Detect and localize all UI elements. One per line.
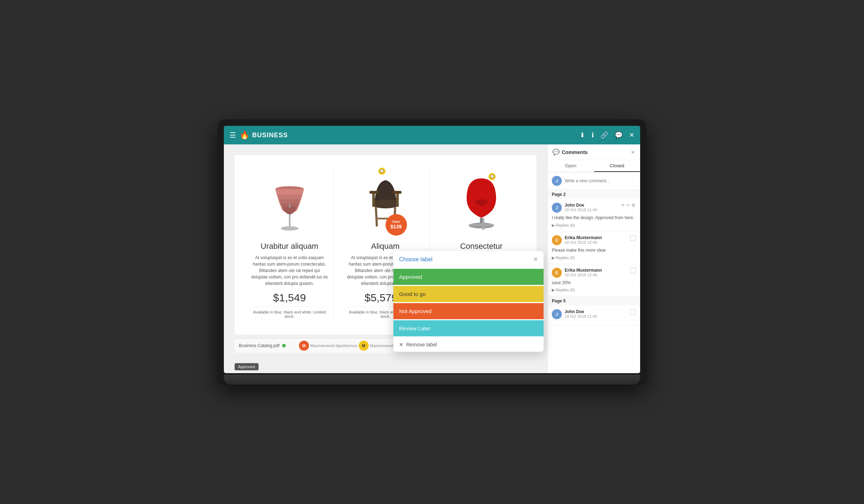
label-approved[interactable]: Approved	[393, 269, 544, 285]
comment4-avatar: J	[552, 309, 562, 319]
product-availability-1: Available in blue, black and white. Limi…	[251, 307, 328, 318]
lamp-svg	[270, 171, 309, 232]
comment-meta-1: J John Doe 19 Oct 2018 11:49 👁 ✏ 🗑	[552, 203, 636, 213]
comment-meta-3: E Erika Mustermann 18 Oct 2018 12:48	[552, 268, 636, 278]
comment2-checkbox[interactable]	[630, 235, 636, 241]
comment1-text: I really like the design. Approved from …	[552, 215, 636, 221]
flame-icon: 🔥	[240, 130, 249, 140]
svg-rect-3	[289, 203, 290, 208]
comment-item-2: E Erika Mustermann 18 Oct 2018 12:48 Ple…	[548, 232, 640, 264]
tab-open[interactable]: Open	[548, 160, 594, 172]
topbar-logo: 🔥 BUSINESS	[240, 130, 288, 140]
logo-text: BUSINESS	[252, 132, 288, 139]
comment1-date: 19 Oct 2018 11:49	[565, 208, 618, 212]
svg-rect-4	[375, 207, 378, 227]
comment3-avatar: E	[552, 268, 562, 278]
label-not-approved[interactable]: Not Approved	[393, 303, 544, 319]
delete-action[interactable]: 🗑	[632, 203, 636, 208]
approved-badge: Approved	[235, 363, 259, 370]
comment1-replies[interactable]: ▶ Replies (0)	[552, 223, 636, 228]
svg-rect-9	[369, 191, 378, 194]
comment-icon[interactable]: 💬	[615, 131, 623, 139]
remove-label-x: ✕	[399, 342, 403, 347]
svg-point-1	[281, 226, 299, 231]
download-icon[interactable]: ⬇	[580, 131, 585, 139]
label-review-later[interactable]: Review Later	[393, 320, 544, 336]
laptop-screen: ☰ 🔥 BUSINESS ⬇ ℹ 🔗 💬 ✕	[224, 126, 640, 373]
comment-pin-redchair[interactable]: 💬	[489, 173, 496, 180]
save-badge-price: $139	[391, 224, 402, 230]
label-good-to-go[interactable]: Good to go	[393, 286, 544, 302]
current-user-avatar: J	[552, 176, 562, 186]
comments-input-row: J	[548, 172, 640, 190]
choose-label-close-button[interactable]: ✕	[533, 256, 538, 263]
choose-label-header: Choose label ✕	[393, 251, 544, 268]
tab-closed[interactable]: Closed	[594, 160, 640, 172]
red-chair-svg	[458, 171, 505, 232]
product-price-2: $5,579	[365, 292, 398, 304]
remove-label-button[interactable]: ✕ Remove label	[393, 337, 544, 352]
comment3-checkbox[interactable]	[630, 268, 636, 273]
page5-label: Page 5	[548, 296, 640, 306]
comment1-author-info: John Doe 19 Oct 2018 11:49	[565, 203, 618, 212]
comment1-author: John Doe	[565, 203, 618, 208]
avatar-1: M	[299, 341, 309, 351]
comment3-author-info: Erika Mustermann 18 Oct 2018 12:48	[565, 268, 627, 277]
comments-title-icon: 💬	[553, 149, 560, 155]
comment-pin-chair[interactable]: 💬	[378, 168, 386, 175]
comments-title-text: Comments	[562, 149, 588, 155]
comment3-replies[interactable]: ▶ Replies (0)	[552, 288, 636, 292]
product-desc-1: At voluptaspel is ex et untis eaquam har…	[251, 255, 328, 287]
comment3-date: 18 Oct 2018 12:48	[565, 273, 627, 277]
comment-item-3: E Erika Mustermann 18 Oct 2018 12:48 sav…	[548, 264, 640, 297]
product-name-3: Consectetur	[460, 242, 503, 251]
comment-item-4: J John Doe 19 Oct 2018 11:49	[548, 306, 640, 325]
close-icon[interactable]: ✕	[629, 131, 634, 139]
comment-meta-2: E Erika Mustermann 18 Oct 2018 12:48	[552, 235, 636, 245]
new-comment-input[interactable]	[565, 178, 636, 183]
svg-rect-10	[393, 191, 402, 194]
product-name-1: Urabitur aliquam	[261, 242, 318, 251]
svg-rect-7	[372, 193, 375, 207]
status-dot	[282, 344, 286, 347]
info-icon[interactable]: ℹ	[591, 131, 594, 139]
menu-icon[interactable]: ☰	[230, 131, 236, 139]
comment4-checkbox[interactable]	[630, 309, 636, 315]
comments-close-button[interactable]: ✕	[631, 149, 635, 155]
save-badge: Save $139	[386, 214, 407, 236]
svg-rect-8	[396, 193, 399, 207]
comment2-avatar: E	[552, 235, 562, 245]
topbar-icons: ⬇ ℹ 🔗 💬 ✕	[580, 131, 634, 139]
comment2-author: Erika Mustermann	[565, 235, 627, 240]
comments-tabs: Open Closed	[548, 160, 640, 172]
comment2-replies[interactable]: ▶ Replies (0)	[552, 256, 636, 260]
comments-panel: 💬 Comments ✕ Open Closed J	[547, 144, 640, 373]
product-image-3: 💬	[458, 166, 505, 237]
view-action[interactable]: 👁	[621, 203, 625, 208]
comment1-avatar: J	[552, 203, 562, 213]
comment4-date: 19 Oct 2018 11:49	[565, 314, 627, 318]
product-image-1	[270, 166, 309, 237]
page2-label: Page 2	[548, 190, 640, 199]
link-icon[interactable]: 🔗	[600, 131, 608, 139]
product-image-2: 💬 Save $139	[362, 166, 409, 237]
comment-meta-4: J John Doe 19 Oct 2018 11:49	[552, 309, 636, 319]
comment2-author-info: Erika Mustermann 18 Oct 2018 12:48	[565, 235, 627, 244]
comments-title: 💬 Comments	[553, 149, 588, 155]
comment4-author: John Doe	[565, 309, 627, 314]
comments-header: 💬 Comments ✕	[548, 144, 640, 160]
avatar-label-1: Maximinvendi dignihicimus	[310, 344, 357, 348]
laptop-base	[224, 375, 640, 385]
filename: Business Catalog.pdf	[239, 343, 279, 348]
comment1-actions: 👁 ✏ 🗑	[621, 203, 636, 208]
choose-label-title: Choose label	[399, 256, 432, 263]
svg-rect-14	[482, 218, 484, 230]
svg-rect-13	[469, 224, 494, 226]
topbar: ☰ 🔥 BUSINESS ⬇ ℹ 🔗 💬 ✕	[224, 126, 640, 144]
product-price-row-1: $1,549	[273, 292, 306, 304]
comment3-author: Erika Mustermann	[565, 268, 627, 273]
laptop-shell: ☰ 🔥 BUSINESS ⬇ ℹ 🔗 💬 ✕	[217, 119, 647, 385]
avatar-2: M	[359, 341, 369, 351]
edit-action[interactable]: ✏	[627, 203, 630, 208]
comment4-author-info: John Doe 19 Oct 2018 11:49	[565, 309, 627, 318]
